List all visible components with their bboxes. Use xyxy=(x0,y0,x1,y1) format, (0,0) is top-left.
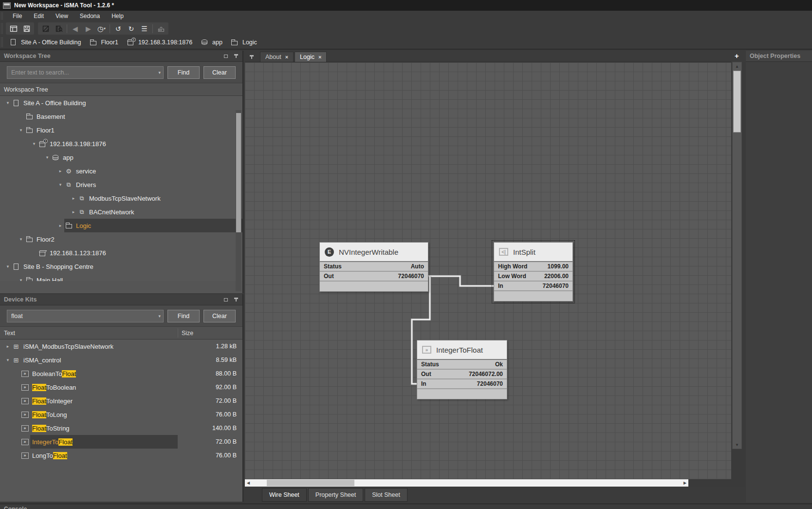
menu-help[interactable]: Help xyxy=(106,11,129,21)
breadcrumb-label[interactable]: Logic xyxy=(242,39,257,46)
canvas-horizontal-scrollbar[interactable]: ◀ ▶ xyxy=(245,479,688,487)
save-workspace-icon[interactable] xyxy=(20,23,33,34)
kit-row-isma_modbustcpslavenetwork[interactable]: ▸⊞iSMA_ModbusTcpSlaveNetwork1.28 kB xyxy=(0,339,242,353)
expander-expanded-icon[interactable]: ▾ xyxy=(30,141,38,146)
scrollbar-thumb[interactable] xyxy=(733,71,741,132)
kit-row-label[interactable]: FloatToLong xyxy=(32,411,67,418)
column-text[interactable]: Text xyxy=(4,330,15,337)
wire-link[interactable] xyxy=(428,276,495,286)
wire-sheet-icon[interactable] xyxy=(39,23,52,34)
scroll-down-icon[interactable]: ▼ xyxy=(733,441,741,449)
history-icon[interactable]: ◷▾ xyxy=(95,23,108,34)
wire-sheet-canvas[interactable]: ENVIntegerWritableStatusAutoOut72046070<… xyxy=(245,62,731,479)
kit-row-label[interactable]: IntegerToFloat xyxy=(32,438,73,446)
scrollbar-thumb[interactable] xyxy=(267,480,354,486)
breadcrumb-label[interactable]: Floor1 xyxy=(101,39,118,46)
kit-row-booleantofloat[interactable]: »BooleanToFloat88.00 B xyxy=(0,367,242,380)
expander-expanded-icon[interactable]: ▾ xyxy=(17,237,25,242)
close-icon[interactable]: × xyxy=(285,54,288,60)
block-slot-out[interactable]: Out72046070 xyxy=(320,272,428,282)
nav-back-icon[interactable]: ◀ xyxy=(69,23,81,34)
menu-edit[interactable]: Edit xyxy=(28,11,50,21)
tree-item-floor1[interactable]: ▾Floor1 xyxy=(0,123,242,137)
breadcrumb-item[interactable]: Site A - Office Building xyxy=(9,38,81,46)
logic-block-intsplit[interactable]: <|IntSplitHigh Word1099.00Low Word22006.… xyxy=(494,242,573,302)
kit-row-floattoboolean[interactable]: »FloatToBoolean92.00 B xyxy=(0,380,242,394)
column-divider[interactable] xyxy=(178,328,178,338)
scrollbar-thumb[interactable] xyxy=(236,113,241,232)
expander-expanded-icon[interactable]: ▾ xyxy=(4,264,12,269)
tree-item-label[interactable]: Floor2 xyxy=(37,236,55,243)
block-header[interactable]: ENVIntegerWritable xyxy=(320,243,428,262)
pin-icon[interactable] xyxy=(249,55,254,59)
workspace-tree-scrollbar[interactable] xyxy=(236,110,241,291)
tree-item-app[interactable]: ▾app xyxy=(0,151,242,164)
tree-item-192-168-3-198-1876[interactable]: ▾!192.168.3.198:1876 xyxy=(0,137,242,151)
breadcrumb-label[interactable]: app xyxy=(212,39,222,46)
tree-item-logic[interactable]: ▸Logic xyxy=(0,219,242,232)
kit-row-isma_control[interactable]: ▾⊞iSMA_control8.59 kB xyxy=(0,353,242,367)
expander-collapsed-icon[interactable]: ▸ xyxy=(56,223,64,228)
kit-row-label[interactable]: iSMA_control xyxy=(23,357,61,364)
close-icon[interactable]: × xyxy=(318,54,321,60)
menu-view[interactable]: View xyxy=(50,11,74,21)
expander-expanded-icon[interactable]: ▾ xyxy=(17,278,25,281)
breadcrumb-item[interactable]: Logic xyxy=(230,38,257,46)
breadcrumb-label[interactable]: 192.168.3.198:1876 xyxy=(138,39,192,46)
device-kits-search-input[interactable] xyxy=(7,310,164,322)
tab-slot-sheet[interactable]: Slot Sheet xyxy=(365,488,407,502)
console-panel-header[interactable]: Console xyxy=(0,504,812,509)
block-slot-in[interactable]: In72046070 xyxy=(417,379,507,389)
expander-collapsed-icon[interactable]: ▸ xyxy=(70,209,77,214)
tree-item-label[interactable]: Floor1 xyxy=(37,127,55,134)
expander-collapsed-icon[interactable]: ▸ xyxy=(70,196,77,201)
chevron-down-icon[interactable]: ▾ xyxy=(104,26,106,31)
expander-expanded-icon[interactable]: ▾ xyxy=(43,155,51,160)
tree-item-site-a-office-building[interactable]: ▾Site A - Office Building xyxy=(0,96,242,110)
tree-item-label[interactable]: Basement xyxy=(37,113,65,120)
nav-forward-icon[interactable]: ▶ xyxy=(82,23,94,34)
tree-item-service[interactable]: ▸⚙service xyxy=(0,164,242,178)
block-slot-status[interactable]: StatusAuto xyxy=(320,262,428,272)
tab-about[interactable]: About× xyxy=(260,52,294,62)
tree-item-label[interactable]: Main Hall xyxy=(37,277,63,282)
tree-item-label[interactable]: Drivers xyxy=(76,181,96,189)
breadcrumb-item[interactable]: Floor1 xyxy=(89,38,118,46)
expander-expanded-icon[interactable]: ▾ xyxy=(4,358,12,362)
block-slot-high-word[interactable]: High Word1099.00 xyxy=(494,262,572,272)
scroll-left-icon[interactable]: ◀ xyxy=(245,479,252,487)
tree-item-basement[interactable]: Basement xyxy=(0,110,242,123)
tab-logic[interactable]: Logic× xyxy=(295,52,327,62)
expander-expanded-icon[interactable]: ▾ xyxy=(56,182,64,187)
logic-block-integertofloat[interactable]: »IntegerToFloatStatusOkOut72046072.00In7… xyxy=(417,340,507,399)
expander-expanded-icon[interactable]: ▾ xyxy=(4,100,12,105)
workspace-clear-button[interactable]: Clear xyxy=(203,66,236,79)
block-slot-empty[interactable] xyxy=(320,282,428,291)
tree-item-label[interactable]: service xyxy=(76,168,96,175)
scroll-right-icon[interactable]: ▶ xyxy=(682,479,688,487)
kit-row-floattostring[interactable]: »FloatToString140.00 B xyxy=(0,421,242,435)
tree-item-label[interactable]: 192.168.1.123:1876 xyxy=(50,249,106,257)
kit-row-floattolong[interactable]: »FloatToLong76.00 B xyxy=(0,408,242,421)
tree-item-floor2[interactable]: ▾Floor2 xyxy=(0,232,242,246)
log-list-icon[interactable]: ☰ xyxy=(138,23,150,34)
scroll-up-icon[interactable]: ▲ xyxy=(733,62,741,70)
block-slot-out[interactable]: Out72046072.00 xyxy=(417,370,507,379)
restore-panel-icon[interactable] xyxy=(224,55,228,58)
tab-property-sheet[interactable]: Property Sheet xyxy=(308,488,363,502)
tree-item-main-hall[interactable]: ▾Main Hall xyxy=(0,273,242,281)
tree-item-bacnetnetwork[interactable]: ▸⧉BACnetNetwork xyxy=(0,205,242,219)
kit-row-label[interactable]: LongToFloat xyxy=(32,452,67,459)
device-kits-find-button[interactable]: Find xyxy=(167,310,200,322)
tree-item-site-b-shopping-centre[interactable]: ▾Site B - Shopping Centre xyxy=(0,260,242,273)
block-slot-empty[interactable] xyxy=(417,389,507,399)
kit-row-label[interactable]: BooleanToFloat xyxy=(32,370,76,377)
tree-item-label[interactable]: app xyxy=(63,154,74,161)
expander-expanded-icon[interactable]: ▾ xyxy=(17,128,25,132)
tab-wire-sheet[interactable]: Wire Sheet xyxy=(262,488,307,502)
kit-row-label[interactable]: FloatToBoolean xyxy=(32,384,76,391)
kit-row-longtofloat[interactable]: »LongToFloat76.00 B xyxy=(0,449,242,462)
new-view-icon[interactable] xyxy=(7,23,19,34)
block-header[interactable]: <|IntSplit xyxy=(494,243,572,262)
kit-row-label[interactable]: FloatToString xyxy=(32,425,70,432)
